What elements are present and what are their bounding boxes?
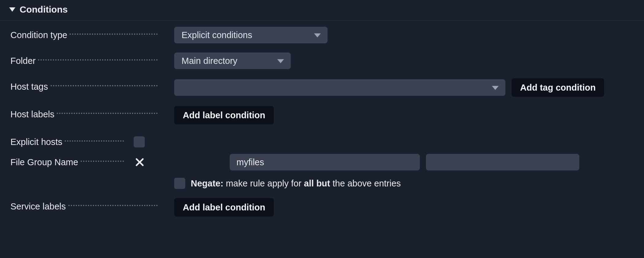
dots-filler bbox=[57, 113, 158, 114]
label-col: Host labels bbox=[10, 106, 158, 123]
dots-filler bbox=[51, 85, 158, 86]
dots-filler bbox=[38, 59, 158, 61]
row-folder: Folder Main directory bbox=[10, 53, 635, 69]
label-condition-type: Condition type bbox=[10, 30, 70, 40]
dots-filler bbox=[70, 33, 158, 35]
form-rows: Condition type Explicit conditions Folde… bbox=[0, 21, 644, 229]
control-col: Add label condition bbox=[174, 198, 635, 217]
negate-text-b: all but bbox=[304, 178, 330, 188]
conditions-panel: Conditions Condition type Explicit condi… bbox=[0, 0, 644, 229]
control-col: Add tag condition bbox=[174, 78, 635, 97]
label-col: Folder bbox=[10, 53, 158, 69]
label-extra bbox=[158, 78, 174, 95]
row-host-labels: Host labels Add label condition bbox=[10, 106, 635, 124]
label-col: File Group Name bbox=[10, 154, 124, 170]
negate-text-c: the above entries bbox=[330, 178, 401, 188]
negate-line: Negate: make rule apply for all but the … bbox=[174, 178, 635, 189]
chevron-down-icon bbox=[492, 86, 499, 90]
row-condition-type: Condition type Explicit conditions bbox=[10, 27, 635, 43]
label-host-tags: Host tags bbox=[10, 82, 51, 92]
negate-text: Negate: make rule apply for all but the … bbox=[191, 178, 401, 189]
file-group-name-input-1[interactable] bbox=[230, 154, 420, 170]
dots-filler bbox=[81, 161, 124, 162]
condition-type-select[interactable]: Explicit conditions bbox=[174, 27, 328, 43]
collapse-triangle-icon bbox=[9, 7, 15, 12]
control-col: Main directory bbox=[174, 53, 635, 69]
close-icon[interactable] bbox=[135, 158, 144, 167]
negate-label: Negate: bbox=[191, 178, 223, 188]
label-explicit-hosts: Explicit hosts bbox=[10, 137, 65, 147]
host-tags-select[interactable] bbox=[174, 79, 505, 96]
file-group-name-input-2[interactable] bbox=[426, 154, 579, 170]
label-col: Explicit hosts bbox=[10, 134, 124, 150]
row-explicit-hosts: Explicit hosts bbox=[10, 134, 635, 150]
label-extra bbox=[158, 106, 174, 123]
control-col: Explicit conditions bbox=[174, 27, 635, 43]
control-col: Add label condition bbox=[174, 106, 635, 124]
section-title: Conditions bbox=[20, 4, 68, 15]
dots-filler bbox=[68, 205, 158, 206]
file-group-inputs bbox=[230, 154, 579, 170]
add-tag-condition-button[interactable]: Add tag condition bbox=[512, 78, 604, 97]
label-file-group-name: File Group Name bbox=[10, 157, 81, 167]
label-extra bbox=[124, 154, 174, 170]
row-file-group-name: File Group Name Negate: make rule apply … bbox=[10, 154, 635, 189]
label-col: Condition type bbox=[10, 27, 158, 43]
add-host-label-condition-button[interactable]: Add label condition bbox=[174, 106, 274, 124]
section-header[interactable]: Conditions bbox=[0, 0, 644, 21]
folder-value: Main directory bbox=[182, 56, 237, 66]
control-col: Negate: make rule apply for all but the … bbox=[174, 154, 635, 189]
label-extra bbox=[158, 27, 174, 43]
folder-select[interactable]: Main directory bbox=[174, 53, 291, 69]
negate-text-a: make rule apply for bbox=[223, 178, 304, 188]
row-service-labels: Service labels Add label condition bbox=[10, 198, 635, 217]
label-folder: Folder bbox=[10, 56, 38, 66]
condition-type-value: Explicit conditions bbox=[182, 30, 252, 40]
add-service-label-condition-button[interactable]: Add label condition bbox=[174, 198, 274, 217]
label-col: Host tags bbox=[10, 78, 158, 95]
row-host-tags: Host tags Add tag condition bbox=[10, 78, 635, 97]
label-host-labels: Host labels bbox=[10, 109, 57, 119]
label-extra bbox=[158, 53, 174, 69]
label-col: Service labels bbox=[10, 198, 158, 215]
label-extra bbox=[124, 134, 174, 150]
label-extra bbox=[158, 198, 174, 215]
chevron-down-icon bbox=[277, 59, 284, 63]
dots-filler bbox=[65, 140, 124, 142]
label-service-labels: Service labels bbox=[10, 201, 68, 212]
chevron-down-icon bbox=[314, 33, 321, 37]
explicit-hosts-checkbox[interactable] bbox=[134, 136, 145, 147]
negate-checkbox[interactable] bbox=[174, 178, 185, 189]
